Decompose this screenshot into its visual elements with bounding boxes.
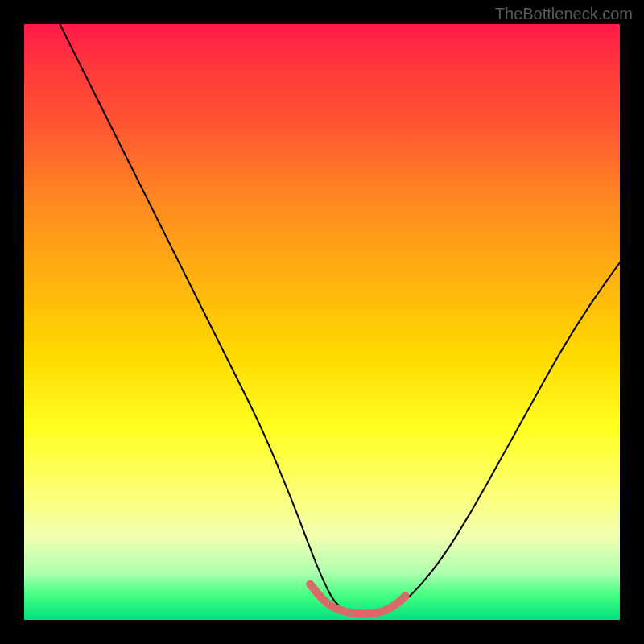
- chart-plot-area: [24, 24, 620, 620]
- bottleneck-curve-line: [60, 24, 620, 614]
- watermark-text: TheBottleneck.com: [495, 5, 633, 23]
- chart-svg: [24, 24, 620, 620]
- optimal-zone-line: [310, 584, 405, 614]
